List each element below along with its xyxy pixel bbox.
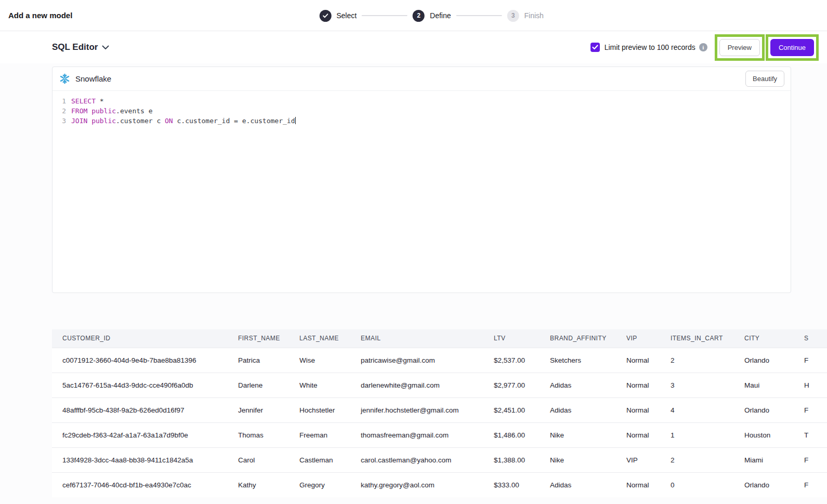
table-cell: $2,451.00 [483,397,540,422]
text-caret [295,117,296,124]
table-cell: Normal [616,348,660,373]
table-row: fc29cdeb-f363-42af-a1a7-63a1a7d9bf0eThom… [52,422,827,447]
annotation-highlight-preview: Preview [715,34,765,61]
table-cell: $333.00 [483,472,540,497]
table-cell: Freeman [289,422,350,447]
snowflake-icon [59,73,71,85]
step-select: Select [319,10,357,22]
table-cell: 4 [660,397,734,422]
table-cell: Wise [289,348,350,373]
table-cell: patricawise@gmail.com [350,348,483,373]
table-row: cef67137-7046-40cd-bf1b-ea4930e7c0acKath… [52,472,827,497]
table-cell: carol.castleman@yahoo.com [350,447,483,472]
toolbar-right-group: Limit preview to 100 records i Preview C… [590,34,819,61]
table-cell: 133f4928-3dcc-4aa8-bb38-9411c1842a5a [52,447,228,472]
table-cell: 5ac14767-615a-44d3-9ddc-cce490f6a0db [52,373,228,397]
step-number: 3 [507,10,519,22]
table-row: c0071912-3660-404d-9e4b-7bae8ba81396Patr… [52,348,827,373]
sql-editor-panel: Snowflake Beautify 1SELECT *2FROM public… [52,67,791,293]
table-cell: Normal [616,373,660,397]
table-cell: $2,977.00 [483,373,540,397]
table-cell: Miami [734,447,794,472]
table-cell: F [794,447,827,472]
table-cell: Maui [734,373,794,397]
table-cell: 1 [660,422,734,447]
table-cell: 48afffbf-95cb-438f-9a2b-626ed0d16f97 [52,397,228,422]
step-label: Define [430,11,451,20]
preview-table: CUSTOMER_IDFIRST_NAMELAST_NAMEEMAILLTVBR… [52,329,827,497]
table-cell: jennifer.hochstetler@gmail.com [350,397,483,422]
table-cell: T [794,422,827,447]
preview-button[interactable]: Preview [719,39,760,56]
table-cell: Jennifer [228,397,289,422]
continue-button[interactable]: Continue [770,39,814,56]
step-define: 2Define [413,10,451,22]
table-cell: thomasfreeman@gmail.com [350,422,483,447]
step-finish: 3Finish [507,10,544,22]
column-header: EMAIL [350,329,483,348]
table-cell: Adidas [540,472,616,497]
table-cell: kathy.gregory@aol.com [350,472,483,497]
checkmark-icon [592,45,598,50]
annotation-highlight-continue: Continue [766,34,819,61]
table-cell: 2 [660,447,734,472]
table-cell: cef67137-7046-40cd-bf1b-ea4930e7c0ac [52,472,228,497]
column-header: BRAND_AFFINITY [540,329,616,348]
column-header: LTV [483,329,540,348]
step-connector [456,15,502,16]
table-cell: $1,388.00 [483,447,540,472]
top-header: Add a new model Select2Define3Finish [0,0,827,31]
column-header: LAST_NAME [289,329,350,348]
stepper: Select2Define3Finish [319,0,544,31]
column-header: FIRST_NAME [228,329,289,348]
table-cell: 0 [660,472,734,497]
column-header: ITEMS_IN_CART [660,329,734,348]
code-line: 2FROM public.events e [52,106,791,116]
table-cell: F [794,397,827,422]
step-label: Select [336,11,357,20]
table-cell: Sketchers [540,348,616,373]
table-row: 133f4928-3dcc-4aa8-bb38-9411c1842a5aCaro… [52,447,827,472]
column-header: VIP [616,329,660,348]
limit-preview-checkbox[interactable] [590,43,600,52]
table-cell: Orlando [734,348,794,373]
step-label: Finish [524,11,544,20]
table-cell: Normal [616,422,660,447]
info-icon[interactable]: i [699,43,707,51]
sql-code-editor[interactable]: 1SELECT *2FROM public.events e3JOIN publ… [52,91,791,293]
table-cell: fc29cdeb-f363-42af-a1a7-63a1a7d9bf0e [52,422,228,447]
table-cell: H [794,373,827,397]
source-name: Snowflake [75,74,111,83]
table-cell: Castleman [289,447,350,472]
column-header: S [794,329,827,348]
step-check-icon [319,10,331,22]
table-cell: Adidas [540,373,616,397]
table-cell: 2 [660,348,734,373]
table-cell: Patrica [228,348,289,373]
editor-type-label: SQL Editor [52,42,98,52]
table-row: 48afffbf-95cb-438f-9a2b-626ed0d16f97Jenn… [52,397,827,422]
chevron-down-icon [102,45,109,50]
step-number: 2 [413,10,425,22]
editor-type-dropdown[interactable]: SQL Editor [52,42,109,52]
table-header-row: CUSTOMER_IDFIRST_NAMELAST_NAMEEMAILLTVBR… [52,329,827,348]
table-cell: Houston [734,422,794,447]
step-connector [362,15,408,16]
line-number: 1 [52,96,66,106]
column-header: CUSTOMER_ID [52,329,228,348]
code-line: 1SELECT * [52,96,791,106]
code-text: FROM public.events e [66,106,153,116]
column-header: CITY [734,329,794,348]
line-number: 3 [52,116,66,126]
table-cell: Thomas [228,422,289,447]
table-cell: Kathy [228,472,289,497]
code-text: JOIN public.customer c ON c.customer_id … [66,116,296,126]
line-number: 2 [52,106,66,116]
table-cell: 3 [660,373,734,397]
table-cell: Nike [540,447,616,472]
code-text: SELECT * [66,96,104,106]
beautify-button[interactable]: Beautify [745,71,784,87]
table-cell: F [794,348,827,373]
table-cell: Nike [540,422,616,447]
limit-preview-label: Limit preview to 100 records [605,43,695,51]
